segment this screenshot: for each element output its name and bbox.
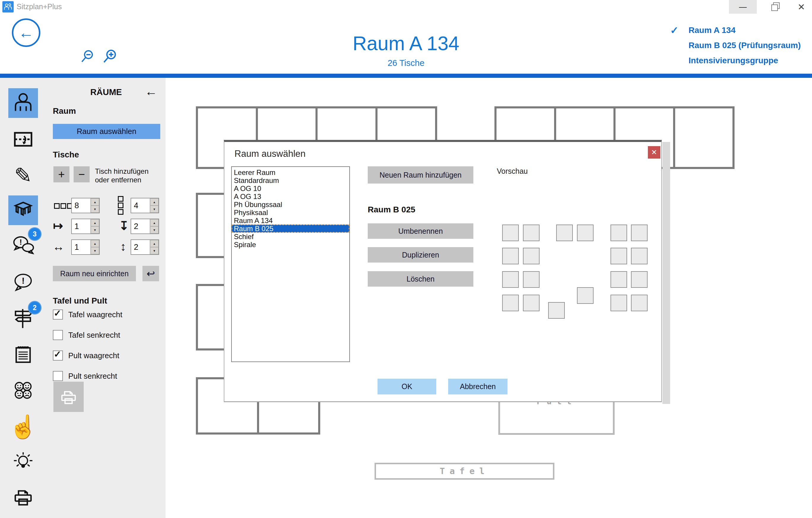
sidebar-item-notice[interactable]: ! <box>8 267 38 297</box>
close-icon: ✕ <box>798 2 805 12</box>
sidebar-item-notes[interactable] <box>8 339 38 369</box>
sidebar-item-print[interactable] <box>8 482 38 512</box>
table[interactable] <box>673 108 733 167</box>
print-button[interactable] <box>53 382 84 412</box>
printer-icon <box>59 387 78 407</box>
header: ← Raum A 134 26 Tische ✓ Raum A 134 <box>0 13 812 74</box>
close-button[interactable]: ✕ <box>791 0 812 13</box>
sidebar-item-students[interactable] <box>8 88 38 118</box>
sidebar-item-groups[interactable] <box>8 376 38 405</box>
spin-down-icon[interactable]: ▼ <box>150 247 158 254</box>
restore-icon <box>771 2 780 11</box>
sidebar-item-ideas[interactable] <box>8 447 38 476</box>
sidebar-item-feedback[interactable]: ! 3 <box>8 229 38 259</box>
undo-button[interactable]: ↩ <box>142 266 159 281</box>
raum-auswaehlen-button[interactable]: Raum auswählen <box>53 124 160 139</box>
app-logo-icon <box>2 1 13 12</box>
collapse-panel-button[interactable]: ← <box>145 84 157 99</box>
restore-button[interactable] <box>763 0 787 13</box>
tafel-pult-section-label: Tafel und Pult <box>53 296 107 306</box>
checkbox-tafel-waagrecht[interactable]: ✓ Tafel waagrecht <box>53 309 122 320</box>
spin-down-icon[interactable]: ▼ <box>91 206 99 213</box>
checkbox-icon: ✓ <box>53 371 63 381</box>
remove-table-button[interactable]: − <box>74 166 90 182</box>
spin-down-icon[interactable]: ▼ <box>150 226 158 234</box>
neuen-raum-hinzufuegen-button[interactable]: Neuen Raum hinzufügen <box>368 166 473 184</box>
checkbox-pult-waagrecht[interactable]: ✓ Pult waagrecht <box>53 351 119 361</box>
notepad-icon <box>11 343 35 366</box>
spin-up-icon[interactable]: ▲ <box>150 240 158 247</box>
sidebar-item-signpost[interactable]: 2 <box>8 303 38 333</box>
spin-up-icon[interactable]: ▲ <box>91 219 99 226</box>
lightbulb-icon <box>11 450 35 473</box>
room-list-item[interactable]: Raum B 025 <box>232 224 349 233</box>
add-remove-label: Tisch hinzufügen oder entfernen <box>95 167 149 184</box>
preview-table <box>577 287 593 304</box>
preview-table <box>502 248 519 264</box>
add-table-button[interactable]: + <box>53 166 69 182</box>
room-list-item[interactable]: Spirale <box>232 241 349 249</box>
spin-down-icon[interactable]: ▼ <box>91 226 99 234</box>
tafel-label: Tafel <box>376 464 553 478</box>
svg-text:!: ! <box>22 275 25 285</box>
room-list-item[interactable]: Raum A 134 <box>232 217 349 224</box>
sidebar-item-draw[interactable]: ✎ <box>8 161 38 190</box>
feedback-badge: 3 <box>28 227 41 241</box>
horizontal-spacing-stepper[interactable]: 1 ▲ ▼ <box>71 239 100 255</box>
room-link-raum-a-134[interactable]: ✓ Raum A 134 <box>670 23 810 38</box>
checkbox-tafel-senkrecht[interactable]: ✓ Tafel senkrecht <box>53 330 120 340</box>
preview-table <box>502 224 519 241</box>
room-quick-links: ✓ Raum A 134 ✓ Raum B 025 (Prüfungsraum)… <box>670 23 810 68</box>
spin-down-icon[interactable]: ▼ <box>150 206 158 213</box>
spin-up-icon[interactable]: ▲ <box>150 198 158 206</box>
dialog-close-button[interactable]: ✕ <box>648 146 660 159</box>
sidebar-item-room-rotate[interactable] <box>8 125 38 154</box>
sidebar-item-select[interactable]: ☝ <box>8 412 38 442</box>
speech-bubble-icon: ! <box>11 271 35 293</box>
preview-table <box>556 224 573 241</box>
raum-section-label: Raum <box>53 106 76 116</box>
horizontal-offset-stepper[interactable]: 1 ▲ ▼ <box>71 219 100 234</box>
selected-room-heading: Raum B 025 <box>368 205 415 214</box>
spin-up-icon[interactable]: ▲ <box>91 240 99 247</box>
preview-table <box>610 224 627 241</box>
raum-neu-einrichten-button[interactable]: Raum neu einrichten <box>53 266 136 281</box>
raum-auswaehlen-dialog: Raum auswählen ✕ Leerer RaumStandardraum… <box>224 140 662 402</box>
abbrechen-button[interactable]: Abbrechen <box>448 379 508 394</box>
horizontal-offset-icon: ↦ <box>53 220 63 232</box>
tafel-area[interactable]: Tafel <box>375 463 554 480</box>
preview-table <box>610 295 627 311</box>
room-list[interactable]: Leerer RaumStandardraumA OG 10A OG 13Ph … <box>231 166 350 362</box>
vertical-spacing-icon: ↕ <box>120 241 126 252</box>
room-list-item[interactable]: Schief <box>232 233 349 241</box>
spin-up-icon[interactable]: ▲ <box>150 219 158 226</box>
sidebar: ✎ ! 3 ! <box>0 78 47 518</box>
printer-icon <box>11 485 35 509</box>
room-list-item[interactable]: Leerer Raum <box>232 168 349 176</box>
vertical-spacing-stepper[interactable]: 2 ▲ ▼ <box>130 239 159 255</box>
spin-up-icon[interactable]: ▲ <box>91 198 99 206</box>
spin-down-icon[interactable]: ▼ <box>91 247 99 254</box>
room-list-item[interactable]: Ph Übungssaal <box>232 200 349 209</box>
umbenennen-button[interactable]: Umbenennen <box>368 223 473 239</box>
room-list-item[interactable]: A OG 10 <box>232 185 349 192</box>
ok-button[interactable]: OK <box>378 379 436 394</box>
vertical-offset-stepper[interactable]: 2 ▲ ▼ <box>130 219 159 234</box>
vertical-offset-icon: ↧ <box>119 220 129 232</box>
checkbox-pult-senkrecht[interactable]: ✓ Pult senkrecht <box>53 371 117 381</box>
room-link-intensivierungsgruppe[interactable]: ✓ Intensivierungsgruppe <box>670 53 810 68</box>
sidebar-item-tables[interactable] <box>8 195 38 225</box>
rows-stepper[interactable]: 4 ▲ ▼ <box>130 198 159 213</box>
minimize-button[interactable]: — <box>729 0 757 13</box>
room-link-raum-b-025[interactable]: ✓ Raum B 025 (Prüfungsraum) <box>670 38 810 53</box>
preview-heading: Vorschau <box>497 167 528 175</box>
minimize-icon: — <box>739 2 747 11</box>
duplizieren-button[interactable]: Duplizieren <box>368 247 473 263</box>
header-divider-bar <box>0 74 812 78</box>
room-list-item[interactable]: Physiksaal <box>232 209 349 217</box>
columns-stepper[interactable]: 8 ▲ ▼ <box>71 198 100 213</box>
room-list-item[interactable]: Standardraum <box>232 176 349 185</box>
room-list-item[interactable]: A OG 13 <box>232 192 349 200</box>
preview-table <box>610 248 627 264</box>
loeschen-button[interactable]: Löschen <box>368 271 473 287</box>
